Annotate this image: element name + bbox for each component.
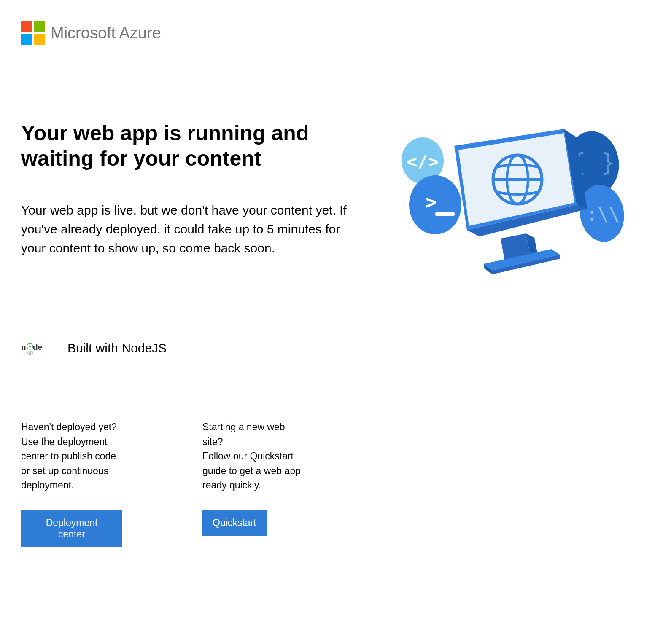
main-content: Your web app is running and waiting for …: [21, 121, 634, 289]
microsoft-logo-icon: [21, 21, 45, 45]
brand-text: Microsoft Azure: [51, 24, 161, 42]
svg-text:JS: JS: [29, 352, 31, 354]
svg-text:n: n: [21, 343, 26, 352]
svg-text:de: de: [33, 343, 42, 352]
card-title: Haven't deployed yet?: [21, 420, 122, 435]
svg-point-14: [29, 346, 31, 348]
deployment-card: Haven't deployed yet? Use the deployment…: [21, 420, 122, 547]
cards-row: Haven't deployed yet? Use the deployment…: [21, 420, 634, 547]
web-app-illustration-icon: { } :\\: [391, 121, 627, 289]
deployment-center-button[interactable]: Deployment center: [21, 510, 122, 547]
page-description: Your web app is live, but we don't have …: [21, 201, 350, 258]
built-with: n de JS Built with NodeJS: [21, 340, 634, 357]
quickstart-card: Starting a new web site? Follow our Quic…: [202, 420, 304, 547]
card-description: Follow our Quickstart guide to get a web…: [202, 449, 304, 493]
svg-text::\\: :\\: [586, 204, 620, 225]
card-title: Starting a new web site?: [202, 420, 304, 449]
text-column: Your web app is running and waiting for …: [21, 121, 350, 289]
nodejs-logo-icon: n de JS: [21, 340, 63, 357]
svg-text:>: >: [425, 190, 437, 214]
header: Microsoft Azure: [21, 21, 634, 45]
quickstart-button[interactable]: Quickstart: [202, 510, 267, 536]
svg-text:</>: </>: [407, 151, 439, 172]
built-with-label: Built with NodeJS: [67, 341, 167, 355]
page-title: Your web app is running and waiting for …: [21, 121, 350, 171]
card-description: Use the deployment center to publish cod…: [21, 435, 122, 493]
illustration-column: { } :\\: [384, 121, 634, 289]
